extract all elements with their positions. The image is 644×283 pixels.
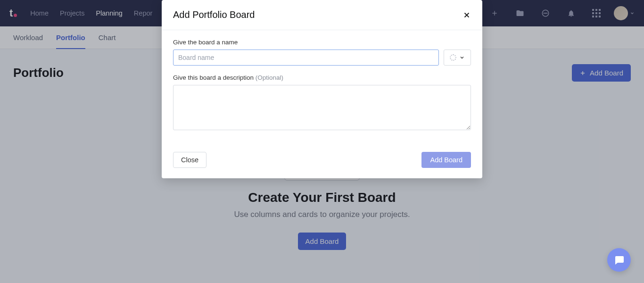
modal-body: Give the board a name Give this board a … xyxy=(162,30,482,144)
modal-footer: Close Add Board xyxy=(162,144,482,178)
board-desc-label: Give this board a description (Optional) xyxy=(173,74,471,81)
board-color-picker[interactable] xyxy=(444,50,471,66)
add-portfolio-board-modal: Add Portfolio Board Give the board a nam… xyxy=(162,0,482,178)
name-row xyxy=(173,50,471,66)
submit-add-board-button[interactable]: Add Board xyxy=(421,152,471,168)
modal-overlay[interactable]: Add Portfolio Board Give the board a nam… xyxy=(0,0,644,283)
board-name-label: Give the board a name xyxy=(173,39,471,46)
board-description-textarea[interactable] xyxy=(173,85,471,130)
modal-title: Add Portfolio Board xyxy=(173,9,255,20)
optional-text: (Optional) xyxy=(256,74,283,81)
chat-fab[interactable] xyxy=(607,248,631,272)
chevron-down-icon xyxy=(459,55,465,60)
color-swatch-icon xyxy=(450,54,456,61)
chat-bubble-icon xyxy=(613,254,625,266)
modal-header: Add Portfolio Board xyxy=(162,0,482,30)
close-icon[interactable] xyxy=(462,11,471,19)
board-name-input[interactable] xyxy=(173,50,439,66)
close-button[interactable]: Close xyxy=(173,152,206,168)
